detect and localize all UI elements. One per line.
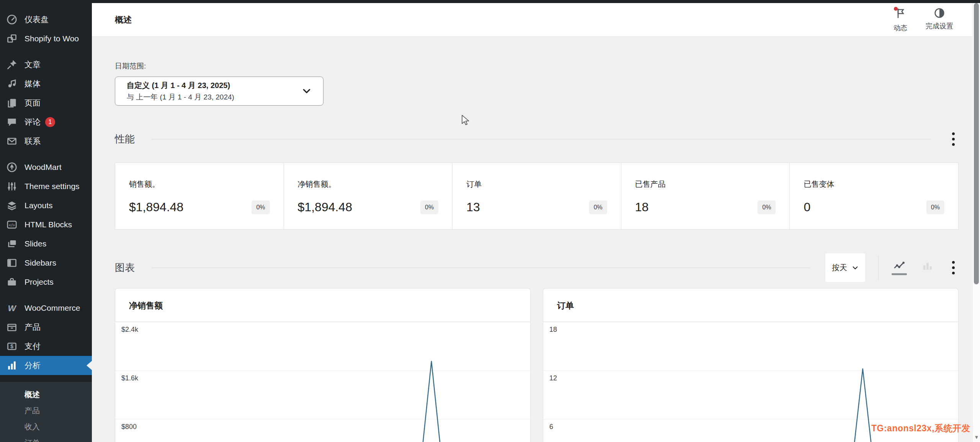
stat-label: 已售变体 <box>804 179 944 189</box>
product-box-icon <box>6 321 18 333</box>
sidebar-item-label: WooCommerce <box>24 303 80 313</box>
sidebar-item-projects[interactable]: Projects <box>0 272 92 292</box>
sidebar-item-pages[interactable]: 页面 <box>0 93 92 113</box>
stat-card-sales[interactable]: 销售额。 $1,894.480% <box>115 163 284 229</box>
stat-card-variations-sold[interactable]: 已售变体 00% <box>789 163 958 229</box>
submenu-item-revenue[interactable]: 收入 <box>0 419 92 435</box>
finish-setup-label: 完成设置 <box>926 21 953 31</box>
sidebar-item-comments[interactable]: 评论 1 <box>0 113 92 132</box>
submenu-item-overview[interactable]: 概述 <box>0 387 92 403</box>
date-range-texts: 自定义 (1 月 1 - 4 月 23, 2025) 与 上一年 (1 月 1 … <box>127 80 234 102</box>
sidebar-item-label: 产品 <box>24 322 41 333</box>
stat-delta-badge: 0% <box>420 201 438 214</box>
menu-group-theme: WoodMart Theme settings Layouts </> HTML… <box>0 158 92 292</box>
activity-label: 动态 <box>893 23 907 33</box>
sidebar-item-label: Shopify to Woo <box>24 34 79 43</box>
sidebar-item-label: 页面 <box>24 98 41 108</box>
sidebar-item-theme-settings[interactable]: Theme settings <box>0 177 92 196</box>
stat-label: 订单 <box>466 179 607 189</box>
code-block-icon: </> <box>6 219 18 230</box>
sidebar-item-media[interactable]: 媒体 <box>0 74 92 93</box>
active-menu-arrow <box>87 361 92 370</box>
section-divider <box>152 139 931 139</box>
slides-icon <box>6 238 18 250</box>
submenu-item-label: 概述 <box>24 390 40 400</box>
date-range-label: 日期范围: <box>115 61 959 71</box>
section-divider <box>152 267 810 268</box>
date-range-secondary: 与 上一年 (1 月 1 - 4 月 23, 2024) <box>127 92 234 102</box>
sidebar-item-label: WoodMart <box>24 163 61 172</box>
sidebar-item-payments[interactable]: $ 支付 <box>0 337 92 356</box>
admin-sidebar: 仪表盘 Shopify to Woo 文章 媒体 页面 评论 <box>0 0 92 442</box>
charts-controls: 按天 <box>825 253 959 282</box>
admin-bar <box>0 0 980 3</box>
page-header: 概述 动态 完成设置 <box>92 3 980 37</box>
sidebar-item-products[interactable]: 产品 <box>0 318 92 337</box>
performance-stats-row: 销售额。 $1,894.480% 净销售额。 $1,894.480% 订单 13… <box>115 163 959 230</box>
submenu-item-label: 订单 <box>24 438 40 442</box>
chart-title: 净销售额 <box>115 289 530 322</box>
pin-icon <box>6 59 18 70</box>
sidebar-item-woocommerce[interactable]: W WooCommerce <box>0 298 92 318</box>
chart-plot: $2.4k$1.6k$800 <box>115 322 530 442</box>
scroll-down-arrow[interactable]: ▼ <box>973 434 980 440</box>
pages-icon <box>6 97 18 109</box>
sidebar-item-analytics[interactable]: 分析 <box>0 356 92 375</box>
sidebar-item-woodmart[interactable]: WoodMart <box>0 158 92 177</box>
controls-divider <box>878 255 879 281</box>
menu-group-woocommerce: W WooCommerce 产品 $ 支付 分析 <box>0 298 92 375</box>
svg-text:$: $ <box>10 343 13 349</box>
menu-group-top: 仪表盘 Shopify to Woo <box>0 10 92 48</box>
charts-title: 图表 <box>115 261 135 274</box>
submenu-item-products[interactable]: 产品 <box>0 403 92 419</box>
line-chart-type-button[interactable] <box>892 261 907 275</box>
sidebar-item-label: Slides <box>24 239 46 248</box>
submenu-item-orders[interactable]: 订单 <box>0 435 92 442</box>
charts-row: 净销售额 $2.4k$1.6k$800 订单 18126 <box>115 288 959 442</box>
interval-label: 按天 <box>832 263 847 273</box>
payments-icon: $ <box>6 341 18 352</box>
selected-indicator <box>892 273 907 275</box>
interval-select[interactable]: 按天 <box>825 253 865 282</box>
sidebar-item-slides[interactable]: Slides <box>0 234 92 253</box>
performance-menu-button[interactable] <box>948 129 959 149</box>
scrollbar-thumb[interactable] <box>974 3 979 284</box>
stat-value: $1,894.48 <box>298 200 352 214</box>
activity-button[interactable]: 动态 <box>893 7 907 33</box>
woocommerce-icon: W <box>6 302 18 314</box>
sidebar-item-shopify-to-woo[interactable]: Shopify to Woo <box>0 29 92 48</box>
sidebar-item-layouts[interactable]: Layouts <box>0 196 92 215</box>
date-range-select[interactable]: 自定义 (1 月 1 - 4 月 23, 2025) 与 上一年 (1 月 1 … <box>115 77 323 106</box>
stat-label: 净销售额。 <box>298 179 439 189</box>
watermark-text: TG:anonsl23x,系统开发 <box>871 422 970 434</box>
stat-card-net-sales[interactable]: 净销售额。 $1,894.480% <box>284 163 452 229</box>
date-range-primary: 自定义 (1 月 1 - 4 月 23, 2025) <box>127 80 234 91</box>
sidebar-item-label: Projects <box>24 277 54 287</box>
stat-label: 已售产品 <box>635 179 776 189</box>
sidebar-item-dashboard[interactable]: 仪表盘 <box>0 10 92 29</box>
stat-card-orders[interactable]: 订单 130% <box>452 163 621 229</box>
bar-chart-type-button[interactable] <box>920 261 935 275</box>
sidebar-item-contact[interactable]: 联系 <box>0 132 92 151</box>
contrast-icon <box>934 7 945 19</box>
stat-card-products-sold[interactable]: 已售产品 180% <box>621 163 790 229</box>
stat-value: 13 <box>466 200 480 214</box>
stat-delta-badge: 0% <box>758 201 776 214</box>
charts-menu-button[interactable] <box>948 258 959 277</box>
chart-series-svg <box>115 322 530 442</box>
stat-label: 销售额。 <box>129 179 270 189</box>
app-root: 仪表盘 Shopify to Woo 文章 媒体 页面 评论 <box>0 0 980 442</box>
sidebar-item-label: 文章 <box>24 59 41 70</box>
sidebar-item-label: 仪表盘 <box>24 14 49 25</box>
sidebar-item-sidebars[interactable]: Sidebars <box>0 253 92 272</box>
sidebar-item-posts[interactable]: 文章 <box>0 55 92 74</box>
page-content: 日期范围: 自定义 (1 月 1 - 4 月 23, 2025) 与 上一年 (… <box>92 37 980 442</box>
finish-setup-button[interactable]: 完成设置 <box>926 7 953 33</box>
sidebar-item-label: HTML Blocks <box>24 220 72 229</box>
analytics-submenu: 概述 产品 收入 订单 <box>0 382 92 442</box>
sidebar-item-html-blocks[interactable]: </> HTML Blocks <box>0 215 92 234</box>
page-scrollbar: ▼ <box>972 3 980 442</box>
orders-chart-card: 订单 18126 <box>543 288 959 442</box>
line-chart-icon <box>892 261 906 271</box>
gauge-icon <box>6 14 18 25</box>
